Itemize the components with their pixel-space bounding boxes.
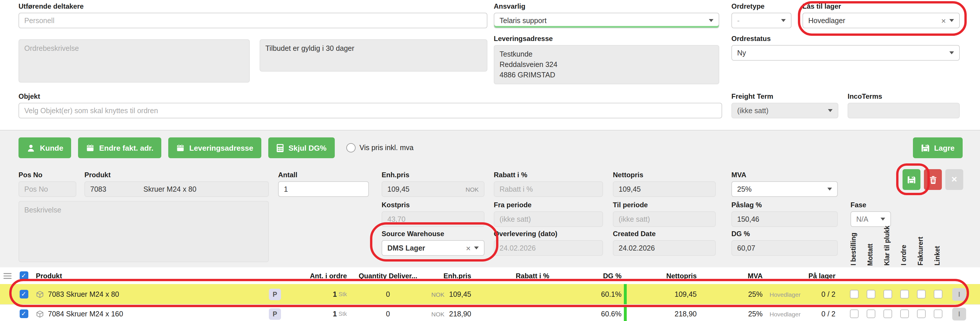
order-description-field [19, 39, 250, 82]
col-header-pa-lager: På lager [766, 267, 839, 284]
line-action-buttons: × [902, 169, 963, 190]
quantity-field: Antall [278, 171, 369, 197]
lock-to-warehouse-field: Lås til lager Hovedlager × [802, 2, 960, 28]
flag-checkbox-linket[interactable] [934, 290, 942, 299]
product-cell: 7083 Skruer M24 x 80 P [32, 284, 293, 304]
created-date-label: Created Date [613, 230, 716, 238]
lock-to-warehouse-label: Lås til lager [802, 2, 960, 10]
col-header-nettopris: Nettopris [625, 267, 700, 284]
quantity-input[interactable] [278, 181, 369, 197]
object-input[interactable] [19, 103, 722, 119]
order-status-select[interactable]: Ny [732, 45, 960, 61]
actions-toolbar: Kunde Endre fakt. adr. Leveringsadresse … [19, 138, 963, 158]
qty-unit: Stk [339, 311, 347, 317]
markup-value: 150,46 [737, 215, 759, 223]
handover-date-box[interactable]: 24.02.2026 [494, 240, 603, 256]
from-period-box[interactable]: (ikke satt) [494, 211, 603, 227]
source-warehouse-field: Source Warehouse DMS Lager × [382, 230, 485, 256]
markup-box[interactable]: 150,46 [732, 211, 838, 227]
flag-checkbox-linket[interactable] [934, 310, 942, 318]
source-warehouse-select[interactable]: DMS Lager × [382, 240, 485, 256]
chevron-down-icon [827, 188, 832, 191]
net-price-label: Nettopris [613, 171, 716, 179]
clear-x-icon[interactable]: × [941, 16, 946, 25]
object-label: Objekt [19, 92, 722, 100]
phase-field: Fase N/A [851, 201, 891, 227]
save-button[interactable]: Lagre [913, 138, 963, 158]
product-p-badge: P [269, 308, 281, 319]
flag-checkbox-fakturert[interactable] [917, 290, 926, 299]
chevron-down-icon [828, 109, 832, 112]
chevron-down-icon [781, 19, 786, 22]
flag-checkbox-i-bestilling[interactable] [850, 290, 859, 299]
lock-to-warehouse-select[interactable]: Hovedlager × [802, 13, 960, 28]
handover-date-label: Overlevering (dato) [494, 230, 603, 238]
source-warehouse-label: Source Warehouse [382, 230, 485, 238]
phase-select[interactable]: N/A [851, 211, 891, 227]
clear-x-icon[interactable]: × [466, 244, 471, 252]
delivery-address-line: 4886 GRIMSTAD [500, 70, 555, 80]
currency-label: NOK [431, 310, 445, 317]
flag-checkbox-klar-til-plukk[interactable] [883, 310, 892, 318]
phase-value: N/A [856, 215, 877, 223]
freight-term-field: Freight Term (ikke satt) [732, 92, 838, 119]
dg-percent-label: DG % [732, 230, 838, 238]
col-header-mva: MVA [700, 267, 766, 284]
performing-participants-input[interactable] [19, 13, 487, 28]
order-type-select[interactable]: - [732, 13, 792, 28]
responsible-label: Ansvarlig [494, 2, 719, 10]
dg-indicator-bar [624, 284, 627, 304]
row-checkbox[interactable] [19, 310, 28, 318]
flag-checkbox-fakturert[interactable] [917, 310, 926, 318]
to-period-box[interactable]: (ikke satt) [613, 211, 716, 227]
net-price-field: Nettopris 109,45 [613, 171, 716, 197]
line-save-button[interactable] [902, 169, 920, 190]
source-warehouse-value: DMS Lager [387, 244, 463, 252]
pos-no-input[interactable] [19, 181, 76, 197]
trash-icon [929, 175, 937, 184]
unit-price-box[interactable]: 109,45 NOK [382, 181, 485, 197]
net-price-box[interactable]: 109,45 [613, 181, 716, 197]
order-description-textarea[interactable] [19, 39, 250, 82]
delivery-address-button[interactable]: Leveringsadresse [169, 138, 261, 158]
discount-input[interactable] [494, 181, 603, 197]
incoterms-label: IncoTerms [848, 92, 960, 100]
offer-validity-note[interactable]: Tilbudet er gyldig i 30 dager [259, 39, 487, 71]
table-row-7084[interactable]: 7084 Skruer M24 x 160 P 1Stk 0 NOK218,90… [0, 304, 980, 321]
created-date-box[interactable]: 24.02.2026 [613, 240, 716, 256]
change-invoice-address-button[interactable]: Endre fakt. adr. [78, 138, 162, 158]
vat-select[interactable]: 25% [732, 181, 838, 197]
dg-percent-box[interactable]: 60,07 [732, 240, 838, 256]
quantity-label: Antall [278, 171, 369, 179]
table-row-7083[interactable]: 7083 Skruer M24 x 80 P 1Stk 0 NOK109,45 … [0, 284, 980, 304]
incoterms-input[interactable] [848, 103, 960, 119]
close-icon: × [951, 174, 957, 185]
markup-field: Påslag % 150,46 [732, 201, 838, 227]
flag-checkbox-klar-til-plukk[interactable] [883, 290, 892, 299]
link-info-button[interactable]: I [952, 307, 966, 320]
unit-price-value: 109,45 [387, 185, 409, 193]
discount-value [475, 284, 553, 304]
hide-dg-button[interactable]: Skjul DG% [268, 138, 335, 158]
list-menu-icon[interactable] [0, 267, 15, 284]
order-lines-section: Kunde Endre fakt. adr. Leveringsadresse … [0, 130, 980, 267]
cost-price-box[interactable]: 43,70 [382, 211, 485, 227]
responsible-select[interactable]: Telaris support [494, 13, 719, 28]
handover-date-field: Overlevering (dato) 24.02.2026 [494, 230, 603, 256]
line-cancel-button[interactable]: × [945, 169, 963, 190]
flag-checkbox-i-bestilling[interactable] [850, 310, 859, 318]
flag-checkbox-i-ordre[interactable] [900, 310, 909, 318]
customer-button[interactable]: Kunde [19, 138, 72, 158]
line-description-textarea[interactable] [19, 201, 269, 262]
unit-price-label: Enh.pris [382, 171, 485, 179]
line-delete-button[interactable] [924, 169, 942, 190]
flag-checkbox-i-ordre[interactable] [900, 290, 909, 299]
show-price-incl-vat-checkbox[interactable] [346, 143, 355, 152]
link-info-button[interactable]: I [952, 288, 966, 300]
row-checkbox[interactable] [19, 290, 28, 299]
freight-term-label: Freight Term [732, 92, 838, 100]
flag-checkbox-mottatt[interactable] [867, 290, 875, 299]
select-all-checkbox[interactable] [19, 271, 28, 280]
freight-term-select[interactable]: (ikke satt) [732, 103, 838, 119]
flag-checkbox-mottatt[interactable] [867, 310, 875, 318]
